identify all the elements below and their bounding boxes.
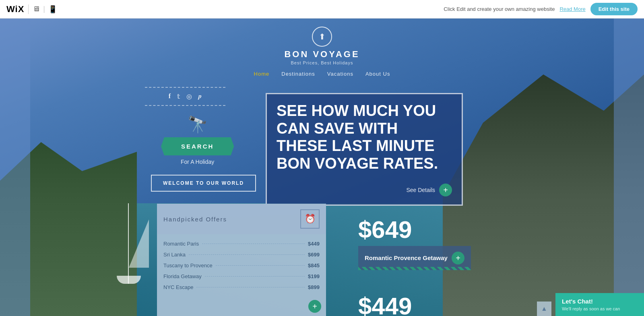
offers-add-area: + (157, 297, 326, 316)
pinterest-icon[interactable]: 𝒑 (198, 93, 202, 100)
offer-row: Florida Getaway $199 (163, 271, 320, 282)
chat-title: Let's Chat! (562, 298, 638, 305)
compass-icon: ⬆ (312, 27, 332, 47)
offers-list: Romantic Paris $449 Sri Lanka $699 Tusca… (157, 234, 326, 297)
nav-vacations[interactable]: Vacations (327, 71, 353, 77)
offer-name: Florida Getaway (163, 273, 202, 279)
device-icons: 🖥 | 📱 (33, 5, 57, 14)
wix-logo: WiX (6, 4, 24, 14)
offers-plus-icon[interactable]: + (308, 300, 321, 313)
nav-home[interactable]: Home (254, 71, 270, 77)
sailboat-hull (117, 276, 141, 284)
offer-dots (202, 244, 305, 244)
twitter-icon[interactable]: 𝕥 (177, 93, 180, 100)
nav-destinations[interactable]: Destinations (281, 71, 315, 77)
desktop-icon[interactable]: 🖥 (33, 5, 40, 13)
sailboat (113, 203, 145, 284)
top-bar: WiX 🖥 | 📱 Click Edit and create your own… (0, 0, 644, 19)
logo-area: ⬆ BON VOYAGE Best Prices, Best Holidays (0, 27, 644, 65)
nav-about[interactable]: About Us (365, 71, 390, 77)
navigation: Home Destinations Vacations About Us (0, 71, 644, 77)
offers-title: Handpicked Offers (163, 216, 227, 223)
provence-card: Romantic Provence Getaway + (358, 246, 471, 270)
social-area: f 𝕥 ◎ 𝒑 (145, 87, 225, 106)
offer-price: $449 (308, 241, 320, 247)
edit-site-button[interactable]: Edit this site (590, 3, 638, 15)
offer-price: $699 (308, 252, 320, 258)
read-more-link[interactable]: Read More (559, 6, 585, 12)
social-icons: f 𝕥 ◎ 𝒑 (169, 93, 202, 100)
search-subtitle: For A Holiday (181, 159, 214, 165)
offer-row: Sri Lanka $699 (163, 249, 320, 260)
promo-box: SEE HOW MUCH YOU CAN SAVE WITH THESE LAS… (266, 93, 463, 206)
offer-dots (196, 287, 305, 287)
binoculars-icon: 🔭 (188, 115, 208, 134)
offer-name: Tuscany to Provence (163, 262, 213, 268)
provence-stripes (358, 267, 471, 270)
sailboat-sail (129, 219, 149, 268)
see-details-link[interactable]: See Details (406, 187, 435, 193)
offer-price: $845 (308, 262, 320, 268)
promo-bottom: See Details + (277, 184, 452, 196)
price2-display: $449 (358, 292, 412, 316)
offer-dots (216, 265, 305, 266)
dashed-line-bottom (145, 105, 225, 106)
top-bar-left: WiX 🖥 | 📱 (6, 4, 57, 14)
promo-text: SEE HOW MUCH YOU CAN SAVE WITH THESE LAS… (277, 102, 452, 173)
welcome-button[interactable]: WELCOME TO OUR WORLD (151, 175, 256, 192)
offer-name: Romantic Paris (163, 241, 199, 247)
provence-plus-icon[interactable]: + (452, 252, 464, 264)
brand-tagline: Best Prices, Best Holidays (291, 60, 353, 65)
facebook-icon[interactable]: f (169, 93, 171, 100)
instagram-icon[interactable]: ◎ (186, 93, 192, 100)
offer-price: $899 (308, 284, 320, 290)
scroll-up-button[interactable]: ▲ (537, 302, 551, 316)
mobile-icon[interactable]: 📱 (48, 5, 57, 14)
divider2: | (43, 5, 45, 13)
offer-dots (205, 276, 305, 277)
offers-panel: Handpicked Offers ⏰ Romantic Paris $449 … (157, 204, 326, 316)
clock-icon: ⏰ (300, 209, 320, 229)
website-area: ⬆ BON VOYAGE Best Prices, Best Holidays … (0, 19, 644, 316)
dashed-line-top (145, 87, 225, 88)
search-section: 🔭 SEARCH For A Holiday (161, 115, 234, 165)
offer-name: Sri Lanka (163, 252, 186, 258)
offers-header: Handpicked Offers ⏰ (157, 204, 326, 234)
provence-title: Romantic Provence Getaway (365, 254, 448, 262)
offer-row: NYC Escape $899 (163, 282, 320, 293)
top-bar-right: Click Edit and create your own amazing w… (444, 3, 638, 15)
offer-row: Tuscany to Provence $845 (163, 260, 320, 271)
chat-subtitle: We'll reply as soon as we can (562, 306, 638, 311)
divider (28, 4, 29, 14)
cta-text: Click Edit and create your own amazing w… (444, 6, 555, 12)
chat-widget[interactable]: Let's Chat! We'll reply as soon as we ca… (555, 293, 644, 316)
brand-name: BON VOYAGE (284, 49, 359, 60)
search-button[interactable]: SEARCH (161, 137, 234, 155)
price-display: $649 (358, 216, 412, 244)
offer-dots (189, 254, 305, 255)
promo-plus-icon[interactable]: + (439, 184, 452, 196)
offer-name: NYC Escape (163, 284, 193, 290)
offer-row: Romantic Paris $449 (163, 238, 320, 249)
offer-price: $199 (308, 273, 320, 279)
